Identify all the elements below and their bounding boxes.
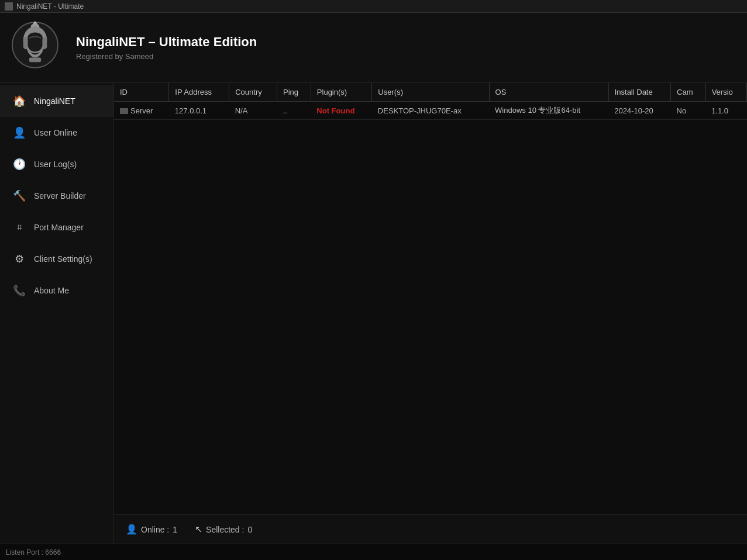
person-icon: 👤 xyxy=(126,524,137,535)
col-cam: Cam xyxy=(671,83,706,102)
sidebar-label-user-online: User Online xyxy=(34,128,77,137)
table-container[interactable]: ID IP Address Country Ping Plugin(s) Use… xyxy=(114,83,747,514)
sidebar-item-server-builder[interactable]: 🔨 Server Builder xyxy=(0,180,113,212)
wrench-icon: 🔨 xyxy=(12,188,27,203)
col-install-date: Install Date xyxy=(608,83,670,102)
sidebar-label-about-me: About Me xyxy=(34,286,69,295)
clock-icon: 🕐 xyxy=(12,157,27,172)
title-bar-label: NingaliNET - Ultimate xyxy=(16,2,84,11)
sidebar-item-user-online[interactable]: 👤 User Online xyxy=(0,117,113,148)
registered-by: Registered by Sameed xyxy=(76,52,257,61)
table-row[interactable]: Server127.0.0.1N/A..Not FoundDESKTOP-JHU… xyxy=(114,102,747,120)
sidebar-item-user-logs[interactable]: 🕐 User Log(s) xyxy=(0,148,113,180)
selected-label: Sellected : xyxy=(206,525,244,534)
content-area: ID IP Address Country Ping Plugin(s) Use… xyxy=(114,83,747,544)
online-label: Online : xyxy=(141,525,169,534)
sidebar-item-port-manager[interactable]: ⌗ Port Manager xyxy=(0,212,113,243)
users-icon: 👤 xyxy=(12,125,27,140)
selected-count: 0 xyxy=(247,525,252,534)
sidebar-label-ningalinet: NingaliNET xyxy=(34,96,75,106)
online-count: 1 xyxy=(173,525,177,534)
connections-table: ID IP Address Country Ping Plugin(s) Use… xyxy=(114,83,747,120)
sidebar-item-about-me[interactable]: 📞 About Me xyxy=(0,275,113,306)
header-text: NingaliNET – Ultimate Edition Registered… xyxy=(76,34,257,61)
listen-port: Listen Port : 6666 xyxy=(6,548,61,556)
online-status: 👤 Online : 1 xyxy=(126,524,177,535)
col-ip: IP Address xyxy=(169,83,229,102)
port-icon: ⌗ xyxy=(12,220,27,235)
header: NingaliNET – Ultimate Edition Registered… xyxy=(0,13,747,83)
logo xyxy=(12,22,64,74)
col-plugin: Plugin(s) xyxy=(311,83,372,102)
table-header-row: ID IP Address Country Ping Plugin(s) Use… xyxy=(114,83,747,102)
col-ping: Ping xyxy=(277,83,311,102)
sidebar-label-client-settings: Client Setting(s) xyxy=(34,254,92,264)
sidebar-item-ningalinet[interactable]: 🏠 NingaliNET xyxy=(0,85,113,117)
title-bar: NingaliNET - Ultimate xyxy=(0,0,747,13)
sidebar-item-client-settings[interactable]: ⚙ Client Setting(s) xyxy=(0,243,113,275)
phone-icon: 📞 xyxy=(12,283,27,298)
sidebar-label-server-builder: Server Builder xyxy=(34,191,86,201)
col-country: Country xyxy=(229,83,277,102)
col-os: OS xyxy=(489,83,608,102)
app-name: NingaliNET – Ultimate Edition xyxy=(76,34,257,50)
col-users: User(s) xyxy=(372,83,489,102)
footer-bar: Listen Port : 6666 xyxy=(0,544,747,560)
sidebar-label-user-logs: User Log(s) xyxy=(34,160,77,169)
cursor-icon: ↖ xyxy=(195,524,202,535)
gear-icon: ⚙ xyxy=(12,251,27,267)
home-icon: 🏠 xyxy=(12,94,27,109)
title-bar-icon xyxy=(5,2,13,11)
sidebar: 🏠 NingaliNET 👤 User Online 🕐 User Log(s)… xyxy=(0,83,114,544)
svg-rect-1 xyxy=(29,57,41,62)
col-version: Versio xyxy=(705,83,746,102)
col-id: ID xyxy=(114,83,169,102)
status-bar: 👤 Online : 1 ↖ Sellected : 0 xyxy=(114,514,747,544)
sidebar-label-port-manager: Port Manager xyxy=(34,223,84,232)
selected-status: ↖ Sellected : 0 xyxy=(195,524,252,535)
